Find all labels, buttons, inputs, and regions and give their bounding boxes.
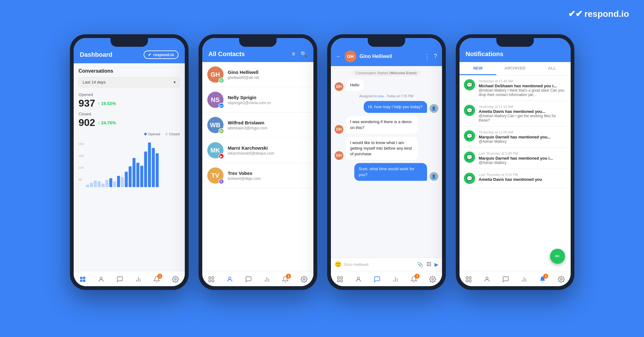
notif-text-2: Yesterday at 11:10 AM Amelia Davis has m… — [479, 105, 566, 123]
nav-stats-icon-2[interactable] — [263, 275, 271, 284]
date-filter[interactable]: Last 14 days ▾ — [79, 77, 180, 87]
contact-item[interactable]: MK ▶ Marni Karchowski mkarchowski5@disqu… — [202, 138, 313, 163]
conversations-title: Conversations — [79, 68, 180, 74]
svg-rect-51 — [469, 277, 471, 279]
notifications-nav: 1 — [460, 271, 571, 286]
svg-point-31 — [175, 278, 176, 280]
svg-rect-43 — [337, 280, 339, 282]
svg-rect-35 — [212, 280, 214, 282]
notifications-title: Notifications — [466, 51, 504, 57]
closed-label: Closed — [79, 112, 180, 116]
nav-notifications-icon-2[interactable]: 1 — [281, 275, 290, 284]
contacts-header-icons: ≡ 🔍 — [292, 51, 307, 58]
nav-settings-icon-4[interactable] — [557, 275, 566, 284]
notif-item-3[interactable]: 💬 Yesterday at 11:05 AM Marquis Darnell … — [460, 127, 571, 148]
nav-messages-icon-3[interactable] — [373, 275, 381, 284]
svg-rect-5 — [90, 183, 93, 187]
nav-contacts-icon-2[interactable] — [225, 275, 234, 284]
nav-dashboard-icon-3[interactable] — [336, 275, 344, 284]
nav-settings-icon-3[interactable] — [428, 275, 437, 284]
svg-rect-12 — [117, 176, 120, 187]
svg-rect-17 — [136, 163, 139, 187]
nav-contacts-icon-4[interactable] — [483, 275, 491, 284]
nav-contacts-icon[interactable] — [97, 275, 106, 284]
more-icon[interactable]: ⋮ — [424, 53, 430, 60]
closed-stat: Closed 902 ↑ 24.76% — [79, 112, 180, 128]
svg-rect-44 — [341, 280, 342, 282]
nav-dashboard-icon-4[interactable] — [464, 275, 473, 284]
attachment-icon[interactable]: 📎 — [417, 262, 423, 267]
notif-text-5: Last Thursday at 4:20 PM Amelia Davis ha… — [479, 173, 566, 182]
nav-messages-icon[interactable] — [116, 275, 124, 284]
contact-item[interactable]: GH W Gino Helliwell ghelliwell0@a8.net — [202, 62, 313, 87]
nav-stats-icon[interactable] — [134, 275, 143, 284]
contact-item[interactable]: NS m Nelly Sprigin nspringin2@china.com.… — [202, 87, 313, 113]
svg-rect-42 — [341, 277, 342, 279]
emoji-icon[interactable]: 🙂 — [335, 261, 342, 268]
channel-viber-badge: V — [219, 179, 224, 184]
bubble-hello: Hello — [346, 79, 364, 91]
svg-rect-52 — [466, 280, 468, 282]
nav-dashboard-icon[interactable] — [78, 275, 87, 284]
notif-item-2[interactable]: 💬 Yesterday at 11:10 AM Amelia Davis has… — [460, 101, 571, 127]
image-icon[interactable]: 🖼 — [426, 262, 431, 267]
notif-item-4[interactable]: 💬 Last Thursday at 5:09 PM Marquis Darne… — [460, 148, 571, 169]
badge-text: respond.io — [153, 52, 174, 57]
svg-rect-18 — [140, 166, 143, 187]
svg-rect-26 — [83, 280, 85, 282]
bubble-time: Sure, what time would work for you? — [354, 163, 427, 181]
svg-rect-25 — [80, 280, 82, 282]
svg-rect-15 — [129, 166, 132, 187]
msg-demo: GH I was wondering if there is a demo on… — [335, 116, 438, 133]
contact-info-trev: Trev Vobes tvobes4@diigo.com — [228, 171, 308, 181]
svg-point-58 — [560, 278, 562, 280]
nav-stats-icon-4[interactable] — [520, 275, 528, 284]
back-icon[interactable]: ← — [336, 53, 342, 60]
contacts-nav: 1 — [202, 271, 313, 286]
opened-label: Opened — [79, 92, 180, 97]
date-filter-label: Last 14 days — [83, 80, 106, 84]
nav-messages-icon-2[interactable] — [244, 275, 253, 284]
filter-icon[interactable]: ≡ — [292, 51, 295, 57]
tab-archived[interactable]: ARCHIVED — [496, 62, 533, 75]
chevron-down-icon: ▾ — [174, 80, 176, 84]
svg-point-45 — [357, 277, 360, 279]
msg-purchase: GH I would like to know what I am gettin… — [335, 137, 438, 160]
contact-item[interactable]: WB W Wilfred Brislawn wbrislawn3@imgur.c… — [202, 113, 313, 138]
svg-point-27 — [100, 277, 102, 279]
chat-body: Conversation Started (Welcome Event) GH … — [331, 66, 442, 258]
msg-help: Hi, how may I help you today? 👤 — [335, 101, 438, 113]
nav-stats-icon-3[interactable] — [391, 275, 400, 284]
notif-icon-5: 💬 — [464, 173, 475, 184]
chart-area: Opened Closed 200 150 100 50 — [79, 132, 180, 190]
dashboard-brand-badge: ✔ respond.io — [144, 51, 178, 59]
logo-check-icon: ✔✔ — [568, 9, 583, 19]
nav-dashboard-icon-2[interactable] — [207, 275, 216, 284]
nav-contacts-icon-3[interactable] — [354, 275, 363, 284]
svg-point-54 — [486, 277, 488, 279]
svg-rect-21 — [152, 148, 155, 187]
nav-settings-icon[interactable] — [171, 275, 180, 284]
fab-compose-button[interactable]: ✏ — [550, 249, 565, 264]
svg-rect-14 — [125, 172, 128, 187]
nav-messages-icon-4[interactable] — [501, 275, 510, 284]
svg-rect-34 — [209, 280, 211, 282]
tab-new[interactable]: NEW — [460, 62, 497, 75]
svg-rect-7 — [97, 181, 101, 187]
search-icon[interactable]: 🔍 — [300, 51, 307, 58]
nav-notifications-icon-4[interactable]: 1 — [538, 275, 547, 284]
send-icon[interactable]: ▶ — [435, 262, 438, 267]
nav-notifications-icon[interactable]: 1 — [152, 275, 161, 284]
tab-all[interactable]: ALL — [533, 62, 571, 75]
help-icon[interactable]: ? — [434, 53, 437, 60]
nav-settings-icon-2[interactable] — [300, 275, 308, 284]
svg-rect-24 — [83, 277, 85, 279]
notif-item-1[interactable]: 💬 Yesterday at 11:46 AM Michael DeShawn … — [460, 75, 571, 101]
chat-input-field[interactable]: Gino Helliwell — [344, 262, 415, 267]
contact-item[interactable]: TV V Trev Vobes tvobes4@diigo.com — [202, 163, 313, 188]
notif-item-5[interactable]: 💬 Last Thursday at 4:20 PM Amelia Davis … — [460, 169, 571, 188]
system-msg-welcome: Conversation Started (Welcome Event) — [352, 70, 420, 76]
svg-rect-8 — [101, 184, 105, 187]
nav-notifications-icon-3[interactable]: 1 — [410, 275, 418, 284]
channel-whatsapp-badge: W — [219, 78, 224, 83]
